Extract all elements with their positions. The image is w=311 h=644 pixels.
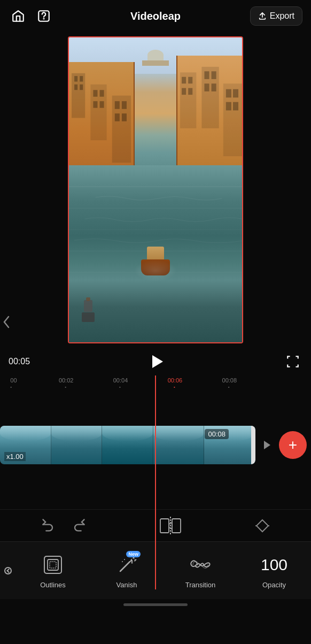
video-canvas xyxy=(69,37,242,342)
home-button[interactable] xyxy=(9,6,28,26)
home-icon xyxy=(11,9,25,23)
play-button[interactable] xyxy=(146,351,167,372)
transition-icon-wrap xyxy=(188,552,213,578)
ruler-mark-06: 00:06 xyxy=(168,377,183,384)
ruler-dot-02: • xyxy=(65,385,66,389)
video-preview-area xyxy=(0,32,311,348)
redo-icon xyxy=(71,518,86,533)
svg-rect-4 xyxy=(74,84,77,89)
svg-rect-2 xyxy=(72,73,85,118)
outlines-label: Outlines xyxy=(40,581,66,589)
keyframe-button[interactable] xyxy=(255,518,270,533)
svg-rect-6 xyxy=(80,84,83,89)
split-button[interactable] xyxy=(159,516,182,536)
svg-rect-48 xyxy=(48,559,58,570)
vanish-label: Vanish xyxy=(116,581,137,589)
redo-button[interactable] xyxy=(71,518,86,533)
ruler-dot-06: • xyxy=(174,385,175,389)
svg-point-53 xyxy=(122,561,123,562)
strip-thumb-4 xyxy=(153,426,205,464)
transition-tool[interactable]: Transition xyxy=(164,542,237,599)
opacity-value-wrap: 100 xyxy=(261,552,287,578)
strip-right-handle[interactable] xyxy=(251,426,255,464)
video-strip[interactable]: 00:08 x1.00 xyxy=(0,426,255,464)
svg-rect-26 xyxy=(211,83,216,91)
svg-rect-30 xyxy=(226,102,231,111)
opacity-label: Opacity xyxy=(262,581,286,589)
svg-rect-20 xyxy=(182,88,186,95)
boat-wake xyxy=(134,260,177,281)
svg-rect-11 xyxy=(100,101,104,108)
scroll-left-indicator[interactable] xyxy=(0,542,16,599)
svg-rect-40 xyxy=(160,519,169,533)
plus-icon: + xyxy=(289,438,297,453)
add-clip-button[interactable]: + xyxy=(279,431,307,459)
outlines-tool[interactable]: Outlines xyxy=(16,542,90,599)
export-label: Export xyxy=(270,11,294,21)
partial-icon xyxy=(4,567,12,574)
svg-rect-3 xyxy=(74,76,77,81)
svg-rect-24 xyxy=(211,71,216,79)
outlines-icon-wrap xyxy=(40,552,66,578)
app-title: Videoleap xyxy=(130,10,181,22)
svg-rect-19 xyxy=(188,77,192,84)
header: Videoleap Export xyxy=(0,0,311,32)
dome-building xyxy=(142,50,169,66)
ruler-mark-00: 00 xyxy=(10,377,17,384)
ruler-dot-08: • xyxy=(228,385,230,389)
fullscreen-button[interactable] xyxy=(283,352,302,371)
vanish-tool[interactable]: New Vanish xyxy=(90,542,164,599)
undo-redo-group xyxy=(41,518,86,533)
ruler-mark-08: 00:08 xyxy=(222,377,237,384)
figure-svg xyxy=(77,297,99,324)
svg-rect-7 xyxy=(90,84,106,140)
timeline-empty xyxy=(0,392,311,424)
clip-speed: x1.00 xyxy=(4,452,26,461)
svg-rect-31 xyxy=(233,102,238,111)
header-left xyxy=(9,6,53,26)
video-frame xyxy=(68,36,243,343)
undo-button[interactable] xyxy=(41,518,56,533)
svg-rect-15 xyxy=(115,113,120,121)
video-strip-row[interactable]: 00:08 x1.00 + xyxy=(0,424,311,466)
ruler-dot-00: • xyxy=(10,385,12,389)
opacity-tool[interactable]: 100 Opacity xyxy=(237,542,311,599)
transition-icon xyxy=(190,554,211,576)
ruler-container: 00 • 00:02 • 00:04 • 00:06 • 00:08 • xyxy=(4,377,307,390)
play-icon xyxy=(152,355,163,368)
svg-point-1 xyxy=(43,18,44,19)
undo-icon xyxy=(41,518,56,533)
strip-thumb-3 xyxy=(102,426,153,464)
partial-arrow xyxy=(6,568,11,572)
svg-rect-10 xyxy=(93,101,97,108)
fullscreen-icon xyxy=(286,355,300,369)
split-icon xyxy=(160,517,181,535)
outlines-icon xyxy=(42,554,64,576)
svg-point-52 xyxy=(124,559,125,560)
chevron-right-icon xyxy=(264,441,270,449)
vanish-icon-wrap: New xyxy=(114,552,139,578)
svg-rect-18 xyxy=(182,77,186,84)
strip-thumb-2 xyxy=(51,426,103,464)
svg-rect-41 xyxy=(172,519,181,533)
dome xyxy=(147,50,164,60)
dome-base xyxy=(142,60,169,66)
help-icon xyxy=(37,9,51,23)
figure xyxy=(77,297,99,324)
tools-bar: Outlines New Vanish xyxy=(0,541,311,599)
timeline-ruler[interactable]: 00 • 00:02 • 00:04 • 00:06 • 00:08 • xyxy=(0,375,311,392)
svg-rect-8 xyxy=(93,90,97,97)
home-bar xyxy=(123,603,188,606)
timeline-section: 00:08 x1.00 + xyxy=(0,392,311,509)
bottom-track xyxy=(0,466,311,509)
next-clip-button[interactable] xyxy=(258,435,277,455)
svg-rect-28 xyxy=(226,89,231,98)
vanish-new-badge: New xyxy=(126,551,141,557)
vanish-icon xyxy=(116,554,137,576)
help-button[interactable] xyxy=(34,6,53,26)
svg-rect-16 xyxy=(122,113,127,121)
svg-rect-37 xyxy=(84,300,92,312)
export-button[interactable]: Export xyxy=(250,6,302,26)
player-controls: 00:05 xyxy=(0,348,311,375)
svg-point-51 xyxy=(131,562,133,564)
